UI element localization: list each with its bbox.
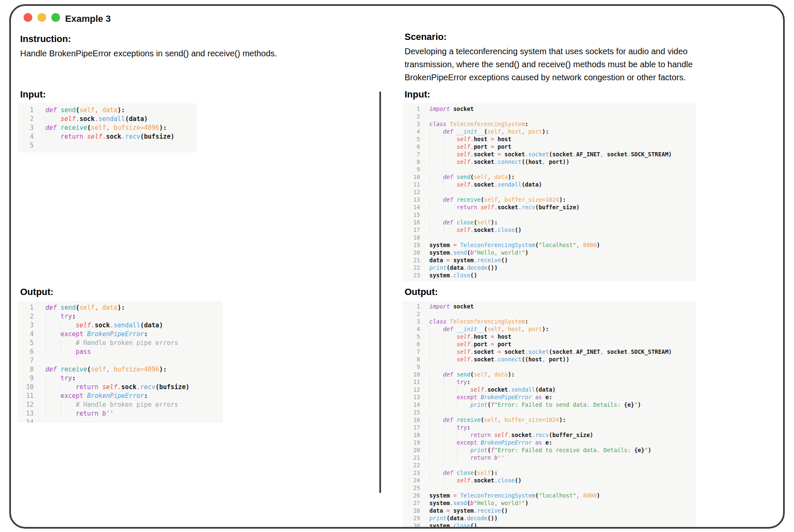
right-output-heading: Output: (405, 287, 438, 298)
indent-guide (429, 439, 443, 446)
minimize-window-icon[interactable] (37, 13, 46, 22)
indent-guide (443, 424, 457, 431)
column-divider (379, 92, 381, 493)
indent-guide (60, 321, 76, 329)
indent-guide (457, 401, 471, 408)
code-text: def receive(self, buffer_size=1024): (429, 196, 566, 203)
code-line: 12self.socket.sendall(data) (408, 386, 696, 393)
line-number: 18 (408, 234, 420, 241)
code-line: 1def send(self, data): (23, 303, 223, 312)
code-text: try: (429, 379, 471, 385)
line-number: 20 (408, 446, 420, 454)
line-number: 8 (408, 158, 420, 166)
maximize-window-icon[interactable] (51, 13, 60, 22)
code-text: self.socket.close() (429, 477, 521, 484)
indent-guide (429, 477, 443, 484)
line-number: 6 (408, 143, 420, 150)
line-number: 22 (408, 461, 420, 469)
close-window-icon[interactable] (24, 13, 32, 22)
line-number: 12 (408, 386, 420, 393)
code-line: 11except BrokenPipeError: (23, 392, 223, 400)
code-line: 3class TeleconferencingSystem: (408, 120, 696, 128)
line-number: 14 (408, 401, 420, 408)
code-line: 7self.socket = socket.socket(socket.AF_I… (408, 150, 696, 158)
code-text: except BrokenPipeError: (45, 330, 148, 338)
indent-guide (429, 325, 443, 332)
line-number: 11 (23, 392, 34, 400)
indent-guide (429, 401, 443, 408)
indent-guide (60, 400, 76, 408)
code-line: 5self.host = host (408, 333, 696, 340)
line-number: 29 (408, 514, 420, 522)
line-number: 10 (408, 173, 420, 181)
line-number: 7 (23, 356, 34, 365)
code-line: 6self.port = port (408, 340, 696, 348)
line-number: 1 (408, 303, 420, 310)
code-line: 7 (23, 356, 223, 365)
indent-guide (429, 226, 443, 233)
indent-guide (443, 203, 457, 211)
line-number: 8 (23, 365, 34, 374)
code-text: system.send(b"Hello, world!") (429, 249, 528, 256)
code-text: pass (45, 348, 91, 356)
code-line: 16def close(self): (408, 219, 696, 226)
indent-guide (429, 181, 443, 188)
scenario-heading: Scenario: (405, 32, 447, 42)
indent-guide (45, 374, 60, 382)
line-number: 1 (408, 105, 420, 113)
code-text: except BrokenPipeError as e: (429, 439, 552, 446)
indent-guide (429, 203, 443, 211)
code-text: print(f"Error: Failed to receive data. D… (429, 447, 651, 453)
indent-guide (443, 135, 457, 142)
left-output-code: 1def send(self, data):2try:3self.sock.se… (18, 301, 223, 423)
indent-guide (443, 431, 457, 438)
code-text: class TeleconferencingSystem: (429, 318, 528, 325)
code-text: self.host = host (429, 333, 511, 340)
code-text: print(data.decode()) (429, 264, 498, 271)
line-number: 2 (408, 310, 420, 318)
code-text: # Handle broken pipe errors (45, 339, 178, 347)
indent-guide (60, 339, 76, 347)
line-number: 7 (408, 348, 420, 356)
line-number: 11 (408, 378, 420, 386)
indent-guide (429, 196, 443, 203)
window-title: Example 3 (65, 13, 111, 24)
code-text: self.socket.connect((host, port)) (429, 158, 569, 165)
code-line: 4def __init__(self, host, port): (408, 128, 696, 135)
right-input-heading: Input: (405, 89, 430, 100)
indent-guide (457, 446, 471, 453)
line-number: 25 (408, 484, 420, 492)
line-number: 4 (408, 325, 420, 333)
code-line: 13def receive(self, buffer_size=1024): (408, 196, 696, 203)
indent-guide (60, 409, 76, 417)
line-number: 12 (23, 400, 34, 409)
line-number: 5 (23, 141, 34, 150)
line-number: 5 (408, 333, 420, 340)
code-line: 20system.send(b"Hello, world!") (408, 249, 696, 256)
code-text: def send(self, data): (429, 174, 515, 180)
code-text: except BrokenPipeError as e: (429, 394, 552, 400)
indent-guide (457, 431, 471, 438)
code-line: 21return b'' (408, 454, 696, 461)
code-text: def __init__(self, host, port): (429, 128, 549, 135)
line-number: 15 (408, 211, 420, 219)
code-line: 20print(f"Error: Failed to receive data.… (408, 446, 696, 454)
indent-guide (45, 312, 60, 320)
line-number: 15 (408, 408, 420, 416)
indent-guide (429, 454, 443, 461)
indent-guide (443, 401, 457, 408)
indent-guide (45, 330, 60, 338)
indent-guide (443, 386, 457, 393)
code-text: system = TeleconferencingSystem("localho… (429, 492, 600, 499)
code-text: data = system.receive() (429, 257, 508, 263)
line-number: 21 (408, 256, 420, 264)
code-text: print(data.decode()) (429, 515, 498, 521)
indent-guide (457, 454, 471, 461)
code-text: def send(self, data): (45, 106, 125, 114)
indent-guide (443, 477, 457, 484)
code-text: try: (45, 313, 76, 320)
indent-guide (429, 431, 443, 438)
indent-guide (429, 424, 443, 431)
line-number: 5 (408, 135, 420, 143)
indent-guide (443, 143, 457, 150)
